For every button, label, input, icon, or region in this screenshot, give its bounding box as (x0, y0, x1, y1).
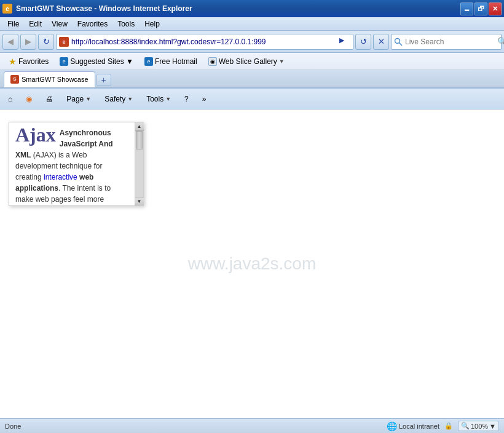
tools-label: Tools (146, 95, 163, 103)
zone-indicator: 🌐 Local intranet (387, 421, 439, 431)
title-bar: e SmartGWT Showcase - Windows Internet E… (0, 0, 504, 17)
safety-button[interactable]: Safety ▼ (99, 92, 138, 106)
tools-button[interactable]: Tools ▼ (141, 92, 176, 106)
scroll-thumb[interactable] (136, 131, 143, 149)
menu-edit[interactable]: Edit (24, 18, 47, 30)
ajax-content: Ajax Asynchronous JavaScript And XML (AJ… (9, 122, 135, 205)
menu-tools[interactable]: Tools (112, 18, 140, 30)
page-label: Page (66, 95, 84, 103)
tools-chevron-icon: ▼ (165, 96, 171, 102)
tab-label: SmartGWT Showcase (22, 76, 89, 83)
lock-icon: 🔒 (444, 422, 453, 430)
status-text: Done (5, 423, 384, 430)
window-controls: 🗕 🗗 ✕ (460, 2, 502, 15)
menu-favorites[interactable]: Favorites (73, 18, 112, 30)
ie-icon: e (60, 57, 68, 66)
ajax-scrollbar[interactable]: ▲ ▼ (135, 122, 143, 205)
extend-button[interactable]: » (197, 92, 212, 106)
address-bar: e ▶ (56, 34, 353, 50)
ajax-title: Ajax (15, 125, 56, 145)
content-area: www.java2s.com Ajax Asynchronous JavaScr… (0, 109, 504, 418)
suggested-sites-label: Suggested Sites ▼ (70, 57, 133, 66)
refresh-button[interactable]: ↻ (38, 34, 54, 50)
zoom-icon: 🔍 (461, 422, 470, 430)
tab-bar: S SmartGWT Showcase + (0, 70, 504, 89)
home-icon: ⌂ (8, 95, 12, 103)
page-content: www.java2s.com Ajax Asynchronous JavaScr… (0, 109, 504, 418)
globe-icon: 🌐 (387, 421, 397, 431)
favorites-label: Favorites (18, 57, 49, 66)
svg-line-1 (400, 42, 403, 46)
web-slice-gallery-label: Web Slice Gallery (219, 57, 277, 66)
active-tab[interactable]: S SmartGWT Showcase (4, 71, 95, 87)
menu-bar: File Edit View Favorites Tools Help (0, 17, 504, 31)
page-chevron-icon: ▼ (85, 96, 91, 102)
new-tab-button[interactable]: + (96, 74, 111, 86)
minimize-button[interactable]: 🗕 (460, 2, 473, 15)
reload-button[interactable]: ↺ (355, 34, 371, 50)
forward-button[interactable]: ▶ (20, 34, 36, 50)
back-button[interactable]: ◀ (2, 34, 18, 50)
ajax-interactive-text: interactive (44, 173, 77, 181)
help-button[interactable]: ? (179, 92, 194, 106)
scroll-up-button[interactable]: ▲ (135, 122, 144, 131)
scroll-track (135, 131, 143, 197)
safety-chevron-icon: ▼ (127, 96, 133, 102)
zone-label: Local intranet (399, 423, 439, 430)
star-icon: ★ (9, 57, 17, 66)
zoom-control[interactable]: 🔍 100% ▼ (458, 421, 499, 431)
search-go-button[interactable]: 🔍 (497, 37, 504, 46)
menu-file[interactable]: File (2, 18, 24, 30)
close-button[interactable]: ✕ (489, 2, 502, 15)
address-input[interactable] (71, 38, 339, 46)
ajax-body-text: (AJAX) is a Web development technique fo… (15, 151, 120, 205)
web-slice-gallery-button[interactable]: ◉ Web Slice Gallery ▼ (205, 56, 288, 67)
print-button[interactable]: 🖨 (40, 92, 58, 106)
hotmail-label: Free Hotmail (155, 57, 197, 66)
watermark: www.java2s.com (188, 254, 317, 274)
page-icon: e (59, 37, 69, 47)
search-bar: 🔍 (391, 34, 502, 50)
ajax-widget: Ajax Asynchronous JavaScript And XML (AJ… (9, 122, 144, 206)
favorites-button[interactable]: ★ Favorites (5, 55, 52, 68)
free-hotmail-button[interactable]: e Free Hotmail (141, 56, 201, 67)
help-icon: ? (184, 95, 189, 103)
hotmail-icon: e (144, 57, 153, 66)
extend-icon: » (202, 95, 207, 103)
scroll-down-button[interactable]: ▼ (135, 197, 144, 205)
menu-help[interactable]: Help (140, 18, 165, 30)
home-button[interactable]: ⌂ (2, 92, 18, 106)
status-bar: Done 🌐 Local intranet 🔒 🔍 100% ▼ (0, 418, 504, 433)
zoom-chevron-icon: ▼ (489, 423, 496, 430)
zoom-label: 100% (471, 423, 488, 430)
window-title: SmartGWT Showcase - Windows Internet Exp… (16, 4, 460, 13)
webslice-chevron-icon: ▼ (279, 58, 285, 65)
lock-indicator: 🔒 (444, 422, 453, 430)
search-input[interactable] (405, 38, 497, 46)
rss-button[interactable]: ◉ (20, 92, 37, 106)
svg-point-0 (395, 38, 400, 43)
toolbar: ⌂ ◉ 🖨 Page ▼ Safety ▼ Tools ▼ ? » (0, 89, 504, 109)
browser-icon: e (2, 4, 12, 14)
restore-button[interactable]: 🗗 (474, 2, 487, 15)
live-search-icon (394, 37, 403, 47)
print-icon: 🖨 (45, 95, 53, 103)
page-button[interactable]: Page ▼ (61, 92, 96, 106)
webslice-icon: ◉ (208, 57, 217, 66)
suggested-sites-button[interactable]: e Suggested Sites ▼ (56, 56, 137, 67)
browser-window: e SmartGWT Showcase - Windows Internet E… (0, 0, 504, 433)
rss-icon: ◉ (26, 95, 32, 103)
status-right: 🌐 Local intranet 🔒 🔍 100% ▼ (387, 421, 499, 431)
tab-favicon: S (10, 75, 19, 84)
stop-button[interactable]: ✕ (373, 34, 389, 50)
nav-bar: ◀ ▶ ↻ e ▶ ↺ ✕ 🔍 (0, 31, 504, 53)
favorites-bar: ★ Favorites e Suggested Sites ▼ e Free H… (0, 53, 504, 70)
safety-label: Safety (104, 95, 125, 103)
address-go-button[interactable]: ▶ (339, 36, 350, 47)
menu-view[interactable]: View (47, 18, 73, 30)
